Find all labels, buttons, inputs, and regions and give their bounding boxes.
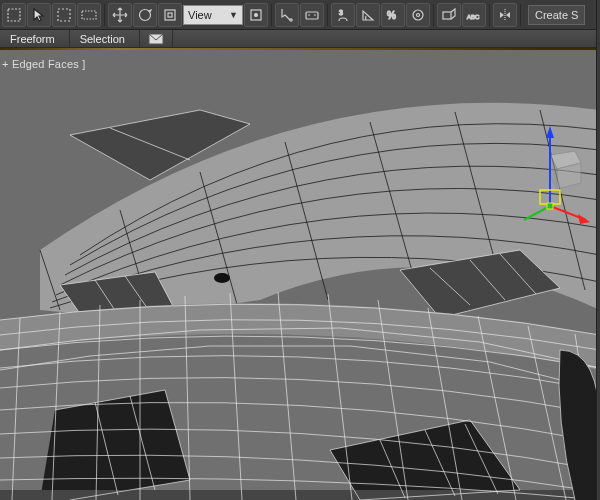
- spinner-snap-toggle-icon[interactable]: [406, 3, 430, 27]
- reference-coordinate-label: View: [188, 9, 212, 21]
- toolbar-separator: [433, 4, 434, 26]
- svg-marker-23: [578, 214, 590, 224]
- svg-text:ABC: ABC: [467, 14, 480, 20]
- svg-rect-2: [82, 11, 96, 19]
- command-panel-tab-label: Create S: [535, 9, 578, 21]
- svg-point-27: [214, 273, 230, 283]
- selection-region-fence-icon[interactable]: [77, 3, 101, 27]
- select-and-manipulate-icon[interactable]: [275, 3, 299, 27]
- svg-point-12: [413, 10, 423, 20]
- reference-coordinate-dropdown[interactable]: View ▼: [183, 5, 243, 25]
- svg-rect-5: [168, 13, 172, 17]
- selection-region-lasso-icon[interactable]: [52, 3, 76, 27]
- svg-rect-9: [306, 12, 318, 19]
- ribbon-group-label: Freeform: [10, 33, 55, 45]
- toolbar-separator: [489, 4, 490, 26]
- svg-rect-4: [165, 10, 175, 20]
- svg-rect-26: [547, 203, 553, 209]
- scene-object-car-mesh[interactable]: .wf { fill:none; stroke:#e8e8e8; stroke-…: [0, 50, 600, 500]
- named-selection-abc-icon[interactable]: ABC: [462, 3, 486, 27]
- svg-rect-14: [443, 12, 451, 19]
- ribbon-bar: Freeform Selection: [0, 30, 600, 48]
- svg-line-24: [524, 206, 550, 220]
- command-panel-tab-create[interactable]: Create S: [528, 5, 585, 25]
- svg-rect-0: [8, 9, 20, 21]
- svg-point-13: [417, 13, 420, 16]
- move-tool-icon[interactable]: [108, 3, 132, 27]
- toolbar-separator: [104, 4, 105, 26]
- rotate-tool-icon[interactable]: [133, 3, 157, 27]
- scale-tool-icon[interactable]: [158, 3, 182, 27]
- toolbar-separator: [271, 4, 272, 26]
- ribbon-group-selection[interactable]: Selection: [70, 30, 140, 47]
- transform-gizmo[interactable]: [520, 120, 590, 230]
- main-toolbar: View ▼ 3 % ABC Create S: [0, 0, 600, 30]
- percent-snap-toggle-icon[interactable]: %: [381, 3, 405, 27]
- viewport-shading-label[interactable]: + Edged Faces ]: [2, 58, 85, 70]
- select-object-cursor-icon[interactable]: [27, 3, 51, 27]
- svg-rect-1: [58, 9, 70, 21]
- toolbar-separator: [520, 4, 521, 26]
- toolbar-separator: [327, 4, 328, 26]
- named-selection-edit-icon[interactable]: [437, 3, 461, 27]
- chevron-down-icon: ▼: [229, 10, 238, 20]
- svg-marker-21: [546, 126, 554, 138]
- svg-point-7: [255, 13, 258, 16]
- snap-3d-toggle-icon[interactable]: 3: [331, 3, 355, 27]
- envelope-icon: [148, 32, 164, 46]
- use-pivot-center-icon[interactable]: [244, 3, 268, 27]
- ribbon-group-collapsed[interactable]: [140, 30, 173, 47]
- ribbon-group-label: Selection: [80, 33, 125, 45]
- perspective-viewport[interactable]: + Edged Faces ] .: [0, 50, 600, 500]
- svg-text:3: 3: [339, 9, 343, 16]
- svg-point-8: [290, 18, 292, 20]
- mirror-tool-icon[interactable]: [493, 3, 517, 27]
- angle-snap-toggle-icon[interactable]: [356, 3, 380, 27]
- command-panel-edge[interactable]: [596, 0, 600, 500]
- svg-text:%: %: [387, 10, 396, 21]
- ribbon-group-freeform[interactable]: Freeform: [0, 30, 70, 47]
- keyboard-shortcut-toggle-icon[interactable]: [300, 3, 324, 27]
- selection-region-rect-icon[interactable]: [2, 3, 26, 27]
